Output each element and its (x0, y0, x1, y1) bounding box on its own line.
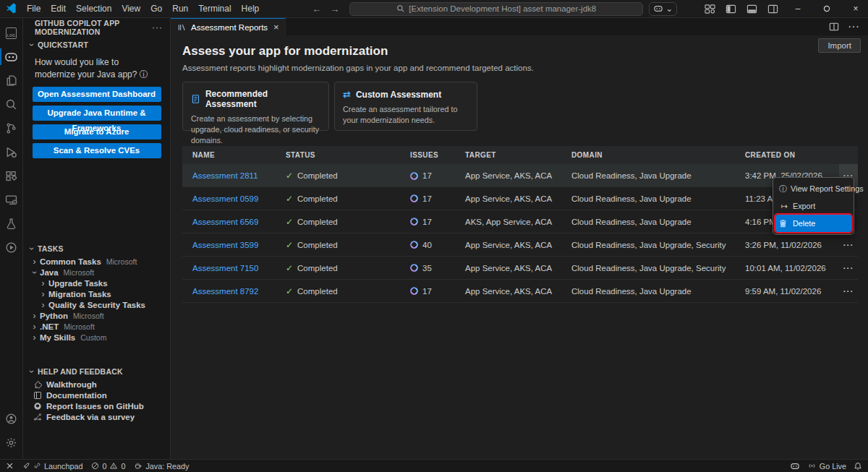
close-tab-icon[interactable]: × (273, 22, 279, 33)
assessment-link[interactable]: Assessment 8792 (192, 287, 286, 296)
problems-status[interactable]: 0 0 (91, 462, 125, 471)
help-item-report-issues[interactable]: Report Issues on GitHub (23, 400, 170, 411)
toggle-primary-sidebar-icon[interactable] (726, 4, 736, 14)
assessment-link[interactable]: Assessment 2811 (192, 171, 286, 180)
import-button[interactable]: Import (818, 38, 861, 53)
menu-edit[interactable]: Edit (46, 1, 71, 16)
copilot-icon (790, 462, 800, 471)
forward-icon[interactable]: → (330, 4, 339, 14)
remote-explorer-icon[interactable] (0, 188, 23, 212)
maximize-button[interactable] (817, 5, 836, 12)
customize-layout-icon[interactable] (705, 4, 715, 14)
assessment-link[interactable]: Assessment 7150 (192, 264, 286, 273)
quickstart-section-header[interactable]: › QUICKSTART (23, 37, 170, 52)
table-row[interactable]: Assessment 3599 ✓Completed 40 App Servic… (182, 233, 858, 257)
task-item-my-skills[interactable]: › My Skills Custom (23, 332, 170, 343)
sliders-icon: ⇄ (343, 89, 351, 100)
menu-item-view-report-settings[interactable]: ⓘ View Report Settings (775, 180, 851, 197)
chevron-right-icon: › (39, 289, 47, 299)
help-feedback-section-header[interactable]: › HELP AND FEEDBACK (23, 366, 170, 379)
chevron-down-icon: › (27, 368, 37, 376)
settings-gear-icon[interactable] (0, 431, 23, 455)
notifications-bell-icon[interactable] (854, 462, 862, 471)
task-item-python[interactable]: › Python Microsoft (23, 310, 170, 321)
menu-item-delete[interactable]: Delete (775, 215, 851, 232)
source-control-icon[interactable] (0, 116, 23, 140)
recommended-assessment-card[interactable]: Recommended Assessment Create an assessm… (182, 82, 329, 131)
upgrade-java-runtime-button[interactable]: Upgrade Java Runtime & Frameworks (33, 106, 161, 121)
menu-item-export[interactable]: ↦ Export (775, 197, 851, 215)
chevron-right-icon: › (39, 300, 47, 310)
check-icon: ✓ (286, 240, 293, 250)
run-circle-icon[interactable] (0, 236, 23, 259)
toggle-secondary-sidebar-icon[interactable] (767, 4, 778, 14)
panel-more-actions-icon[interactable]: ··· (152, 22, 163, 33)
menu-go[interactable]: Go (145, 1, 167, 16)
task-item-dotnet[interactable]: › .NET Microsoft (23, 321, 170, 332)
assessment-link[interactable]: Assessment 0599 (192, 194, 286, 203)
chevron-down-icon: › (27, 41, 37, 49)
row-more-actions-button[interactable]: ··· (839, 264, 858, 273)
open-assessment-dashboard-button[interactable]: Open Assessment Dashboard (33, 87, 161, 102)
help-item-feedback-survey[interactable]: Feedback via a survey (23, 411, 170, 422)
command-center-search[interactable]: [Extension Development Host] asset manag… (349, 2, 643, 16)
launchpad-status[interactable]: Launchpad (22, 462, 82, 471)
scan-resolve-cves-button[interactable]: Scan & Resolve CVEs (33, 143, 161, 158)
run-debug-icon[interactable] (0, 140, 23, 164)
editor-more-actions-icon[interactable]: ··· (848, 20, 859, 33)
table-row[interactable]: Assessment 7150 ✓Completed 35 App Servic… (182, 257, 858, 280)
go-live-status[interactable]: Go Live (807, 462, 846, 471)
extensions-icon[interactable] (0, 164, 23, 188)
help-item-walkthrough[interactable]: Walkthrough (23, 379, 170, 390)
chevron-right-icon: › (30, 257, 38, 267)
status-bar: Launchpad 0 0 Java: Ready Go Live (0, 459, 868, 472)
assessment-link[interactable]: Assessment 6569 (192, 218, 286, 226)
copilot-status[interactable] (790, 462, 800, 471)
copilot-menu-button[interactable]: ⌄ (649, 2, 677, 16)
custom-assessment-card[interactable]: ⇄ Custom Assessment Create an assessment… (334, 82, 477, 131)
menu-file[interactable]: File (22, 1, 46, 16)
task-item-quality-security-tasks[interactable]: › Quality & Security Tasks (23, 299, 170, 310)
table-row[interactable]: Assessment 8792 ✓Completed 17 App Servic… (182, 280, 858, 303)
assessment-link[interactable]: Assessment 3599 (192, 241, 286, 249)
extension-log-icon[interactable]: LOG (0, 21, 23, 45)
table-row[interactable]: Assessment 0599 ✓Completed 17 App Servic… (182, 187, 858, 210)
menu-selection[interactable]: Selection (71, 1, 116, 16)
vscode-logo-icon (6, 3, 17, 14)
explorer-icon[interactable] (0, 69, 23, 93)
menu-help[interactable]: Help (237, 1, 265, 16)
row-more-actions-button[interactable]: ··· (839, 241, 858, 249)
chevron-down-icon: › (30, 268, 40, 276)
java-status[interactable]: Java: Ready (134, 462, 189, 471)
row-context-menu: ⓘ View Report Settings ↦ Export Delete (773, 177, 854, 235)
help-item-documentation[interactable]: Documentation (23, 390, 170, 400)
task-item-common-tasks[interactable]: › Common Tasks Microsoft (23, 256, 170, 267)
tab-assessment-reports[interactable]: Assessment Reports × (171, 18, 286, 35)
menu-view[interactable]: View (116, 1, 145, 16)
coffee-cup-icon (134, 462, 142, 470)
split-editor-icon[interactable] (829, 22, 839, 32)
table-row[interactable]: Assessment 6569 ✓Completed 17 AKS, App S… (182, 210, 858, 233)
task-item-migration-tasks[interactable]: › Migration Tasks (23, 288, 170, 299)
copilot-modernization-icon[interactable] (0, 45, 23, 69)
remote-indicator[interactable] (6, 462, 14, 470)
search-view-icon[interactable] (0, 93, 23, 116)
minimize-button[interactable]: – (788, 4, 807, 14)
close-window-button[interactable]: × (846, 4, 865, 14)
task-item-java[interactable]: › Java Microsoft (23, 267, 170, 278)
toggle-panel-icon[interactable] (746, 4, 757, 14)
row-more-actions-button[interactable]: ··· (839, 287, 858, 296)
test-beaker-icon[interactable] (0, 212, 23, 236)
menu-run[interactable]: Run (167, 1, 193, 16)
panel-title: GITHUB COPILOT APP MODERNIZATION (35, 19, 152, 36)
issues-ring-icon (410, 287, 418, 295)
tasks-section-header[interactable]: › TASKS (23, 244, 170, 256)
menu-terminal[interactable]: Terminal (193, 1, 236, 16)
migrate-to-azure-button[interactable]: Migrate to Azure (33, 124, 161, 140)
accounts-icon[interactable] (0, 407, 23, 431)
table-row[interactable]: Assessment 2811 ✓Completed 17 App Servic… (182, 164, 858, 187)
back-icon[interactable]: ← (312, 4, 321, 14)
check-icon: ✓ (286, 171, 293, 181)
info-icon: ⓘ (779, 184, 787, 194)
task-item-upgrade-tasks[interactable]: › Upgrade Tasks (23, 278, 170, 288)
